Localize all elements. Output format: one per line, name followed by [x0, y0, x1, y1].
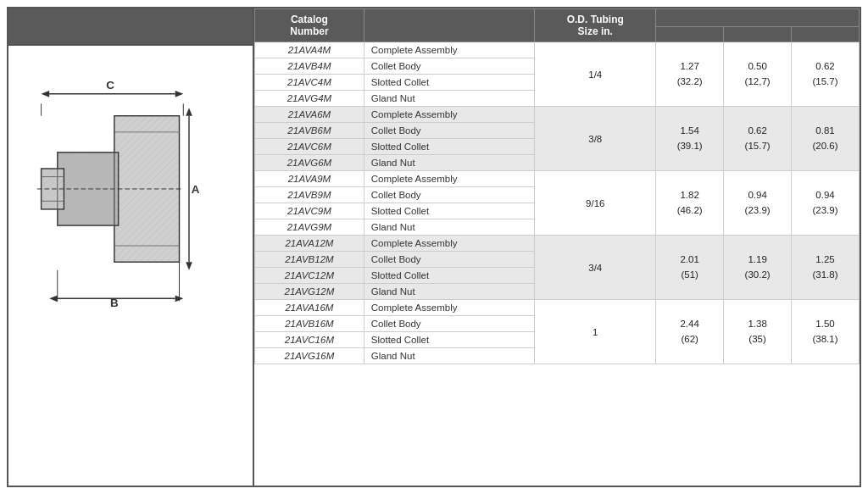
- dim-a: 1.82(46.2): [656, 171, 724, 236]
- part-name: Slotted Collet: [364, 139, 535, 155]
- col-header-dim-c: [792, 27, 860, 42]
- catalog-number: 21AVC16M: [255, 332, 364, 348]
- part-name: Complete Assembly: [364, 171, 535, 187]
- catalog-number: 21AVB4M: [255, 58, 364, 75]
- part-name: Slotted Collet: [364, 332, 535, 348]
- part-name: Slotted Collet: [364, 75, 535, 91]
- left-panel: C: [8, 8, 254, 486]
- catalog-number: 21AVG16M: [255, 348, 364, 364]
- catalog-number: 21AVB6M: [255, 123, 364, 139]
- catalog-number: 21AVC4M: [255, 75, 364, 91]
- dim-b: 1.38(35): [724, 300, 792, 364]
- part-name: Collet Body: [364, 123, 535, 139]
- catalog-number: 21AVB16M: [255, 316, 364, 332]
- dim-a: 2.01(51): [656, 236, 724, 300]
- dim-c: 1.50(38.1): [792, 300, 860, 364]
- part-name: Gland Nut: [364, 284, 535, 300]
- dim-a: 1.54(39.1): [656, 107, 724, 171]
- dim-a: 2.44(62): [656, 300, 724, 364]
- dim-c: 0.94(23.9): [792, 171, 860, 236]
- dim-c: 0.81(20.6): [792, 107, 860, 171]
- main-container: C: [7, 7, 861, 487]
- col-header-dimensions: [656, 9, 860, 27]
- catalog-number: 21AVA4M: [255, 42, 364, 58]
- svg-text:C: C: [106, 79, 114, 92]
- col-header-part: [364, 9, 535, 42]
- table-row: 21AVA16MComplete Assembly12.44(62)1.38(3…: [255, 300, 860, 316]
- dim-c: 1.25(31.8): [792, 236, 860, 300]
- part-name: Complete Assembly: [364, 300, 535, 316]
- od-tubing-size: 1/4: [535, 42, 656, 107]
- catalog-number: 21AVC12M: [255, 268, 364, 284]
- left-header: [8, 8, 253, 46]
- catalog-number: 21AVG4M: [255, 91, 364, 107]
- catalog-number: 21AVA16M: [255, 300, 364, 316]
- catalog-number: 21AVA6M: [255, 107, 364, 123]
- dim-c: 0.62(15.7): [792, 42, 860, 107]
- table-row: 21AVA9MComplete Assembly9/161.82(46.2)0.…: [255, 171, 860, 187]
- part-name: Collet Body: [364, 58, 535, 75]
- od-tubing-size: 1: [535, 300, 656, 364]
- part-name: Gland Nut: [364, 348, 535, 364]
- catalog-number: 21AVB9M: [255, 187, 364, 203]
- part-name: Collet Body: [364, 187, 535, 203]
- catalog-number: 21AVC9M: [255, 203, 364, 219]
- svg-text:A: A: [192, 182, 200, 195]
- od-tubing-size: 3/4: [535, 236, 656, 300]
- data-table: CatalogNumber O.D. TubingSize in. 21AVA4…: [254, 8, 860, 364]
- part-name: Complete Assembly: [364, 42, 535, 58]
- dim-b: 0.50(12,7): [724, 42, 792, 107]
- dim-a: 1.27(32.2): [656, 42, 724, 107]
- catalog-number: 21AVG9M: [255, 219, 364, 236]
- table-row: 21AVA4MComplete Assembly1/41.27(32.2)0.5…: [255, 42, 860, 58]
- catalog-number: 21AVG12M: [255, 284, 364, 300]
- dim-b: 1.19(30.2): [724, 236, 792, 300]
- col-header-dim-b: [724, 27, 792, 42]
- part-name: Collet Body: [364, 252, 535, 268]
- dim-b: 0.62(15.7): [724, 107, 792, 171]
- part-name: Gland Nut: [364, 155, 535, 171]
- col-header-catalog: CatalogNumber: [255, 9, 364, 42]
- catalog-number: 21AVG6M: [255, 155, 364, 171]
- catalog-number: 21AVC6M: [255, 139, 364, 155]
- part-name: Gland Nut: [364, 219, 535, 236]
- part-name: Gland Nut: [364, 91, 535, 107]
- col-header-dim-a: [656, 27, 724, 42]
- gland-pattern-diagram: C: [29, 71, 232, 461]
- part-name: Complete Assembly: [364, 107, 535, 123]
- diagram-area: C: [8, 46, 253, 486]
- table-wrap: CatalogNumber O.D. TubingSize in. 21AVA4…: [254, 8, 860, 486]
- catalog-number: 21AVA9M: [255, 171, 364, 187]
- part-name: Slotted Collet: [364, 268, 535, 284]
- table-row: 21AVA12MComplete Assembly3/42.01(51)1.19…: [255, 236, 860, 252]
- part-name: Collet Body: [364, 316, 535, 332]
- catalog-number: 21AVA12M: [255, 236, 364, 252]
- catalog-number: 21AVB12M: [255, 252, 364, 268]
- dim-b: 0.94(23.9): [724, 171, 792, 236]
- od-tubing-size: 3/8: [535, 107, 656, 171]
- col-header-od: O.D. TubingSize in.: [535, 9, 656, 42]
- part-name: Complete Assembly: [364, 236, 535, 252]
- right-panel: CatalogNumber O.D. TubingSize in. 21AVA4…: [254, 8, 860, 486]
- table-row: 21AVA6MComplete Assembly3/81.54(39.1)0.6…: [255, 107, 860, 123]
- part-name: Slotted Collet: [364, 203, 535, 219]
- od-tubing-size: 9/16: [535, 171, 656, 236]
